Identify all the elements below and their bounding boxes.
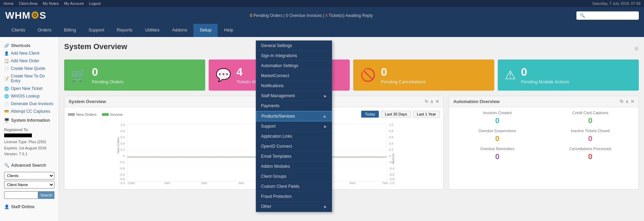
svg-text:0: 0 bbox=[123, 154, 125, 158]
staff-management-arrow: ▶ bbox=[324, 94, 327, 98]
nav-addons[interactable]: Addons bbox=[166, 24, 193, 37]
search-button[interactable]: Search bbox=[38, 191, 54, 199]
dropdown-email-templates[interactable]: Email Templates bbox=[256, 151, 332, 162]
dropdown-general-settings[interactable]: General Settings bbox=[256, 41, 332, 51]
nav-setup[interactable]: Setup bbox=[193, 24, 218, 37]
cc-icon: 💳 bbox=[4, 109, 9, 114]
search-field-select[interactable]: Client Name bbox=[4, 181, 54, 188]
search-type-select[interactable]: Clients bbox=[4, 172, 54, 179]
system-info-icon: 🖥️ bbox=[4, 118, 9, 123]
add-client-icon: 👤 bbox=[4, 51, 9, 56]
search-text-input[interactable] bbox=[4, 191, 38, 199]
overdue-invoices-label: Overdue Invoices | bbox=[289, 13, 325, 18]
inactive-tickets-label: Inactive Tickets Closed bbox=[546, 129, 635, 133]
expires: Expires: 1st August 2018 bbox=[4, 145, 54, 151]
close-icon[interactable]: ✕ bbox=[435, 99, 439, 104]
collapse-icon[interactable]: ∧ bbox=[430, 99, 434, 104]
dropdown-notifications[interactable]: Notifications bbox=[256, 81, 332, 91]
support-arrow: ▶ bbox=[324, 125, 327, 128]
pending-module-icon: ⚠ bbox=[505, 68, 516, 82]
my-notes-link[interactable]: My Notes bbox=[43, 1, 59, 6]
income-dot bbox=[102, 113, 109, 116]
dropdown-client-groups[interactable]: Client Groups bbox=[256, 172, 332, 182]
sidebar: 🔗 Shortcuts 👤 Add New Client 📋 Add New O… bbox=[0, 37, 59, 221]
svg-text:-0.8: -0.8 bbox=[389, 177, 394, 181]
automation-overview-header: Automation Overview ↻ ∧ ✕ bbox=[449, 96, 638, 107]
dropdown-custom-client-fields[interactable]: Custom Client Fields bbox=[256, 182, 332, 192]
dropdown-automation-settings[interactable]: Automation Settings bbox=[256, 61, 332, 71]
dropdown-signin-integrations[interactable]: Sign-In Integrations bbox=[256, 51, 332, 61]
sidebar-add-new-order[interactable]: 📋 Add New Order bbox=[0, 57, 59, 65]
my-account-link[interactable]: My Account bbox=[64, 1, 84, 6]
products-services-label: Products/Services bbox=[261, 114, 295, 119]
chart-svg: 1.0 0.8 0.6 0.4 0.2 0 -0.2 -0.4 -0.6 -0.… bbox=[68, 122, 440, 185]
pending-cancellations-label: Pending Cancellations bbox=[381, 79, 426, 84]
invoices-created-num: 0 bbox=[453, 116, 542, 125]
auto-collapse-icon[interactable]: ∧ bbox=[625, 99, 629, 104]
nav-help[interactable]: Help bbox=[218, 24, 240, 37]
svg-text:New Orders: New Orders bbox=[116, 137, 120, 154]
shortcuts-title: 🔗 Shortcuts bbox=[0, 40, 59, 49]
chart-legend: New Orders Income bbox=[68, 112, 123, 117]
sidebar-whois-lookup[interactable]: 🌐 WHOIS Lookup bbox=[0, 92, 59, 100]
automation-overview-title: Automation Overview bbox=[453, 99, 500, 104]
search-input[interactable] bbox=[576, 11, 639, 20]
svg-text:0.2: 0.2 bbox=[389, 148, 393, 151]
client-area-link[interactable]: Client Area bbox=[19, 1, 37, 6]
dropdown-addon-modules[interactable]: Addon Modules bbox=[256, 162, 332, 172]
top-bar: Home Client Area My Notes My Account Log… bbox=[0, 0, 644, 7]
sidebar-generate-invoices[interactable]: 📄 Generate Due Invoices bbox=[0, 100, 59, 108]
nav-support[interactable]: Support bbox=[82, 24, 111, 37]
logout-link[interactable]: Logout bbox=[89, 1, 101, 6]
svg-text:-1.0: -1.0 bbox=[389, 181, 394, 185]
sidebar-add-new-client[interactable]: 👤 Add New Client bbox=[0, 49, 59, 57]
support-label: Support bbox=[261, 124, 276, 129]
dropdown-payments[interactable]: Payments bbox=[256, 101, 332, 111]
overdue-invoices-count: 0 bbox=[286, 13, 288, 18]
sidebar-attempt-cc[interactable]: 💳 Attempt CC Captures bbox=[0, 108, 59, 115]
cc-captures-num: 0 bbox=[546, 116, 635, 125]
cancellations-processed-label: Cancellations Processed bbox=[546, 147, 635, 151]
open-ticket-icon: 🌐 bbox=[4, 86, 9, 91]
sidebar-create-todo[interactable]: 📝 Create New To-Do Entry bbox=[0, 72, 59, 85]
sidebar-open-new-ticket[interactable]: 🌐 Open New Ticket bbox=[0, 85, 59, 92]
dropdown-products-services[interactable]: Products/Services ▶ bbox=[256, 111, 332, 121]
dropdown-application-links[interactable]: Application Links bbox=[256, 131, 332, 141]
stat-pending-module-actions: ⚠ 0 Pending Module Actions bbox=[498, 59, 639, 91]
dropdown-openid-connect[interactable]: OpenID Connect bbox=[256, 141, 332, 151]
svg-text:0.2: 0.2 bbox=[121, 148, 125, 151]
nav-utilities[interactable]: Utilities bbox=[139, 24, 166, 37]
dropdown-other[interactable]: Other ▶ bbox=[256, 202, 332, 212]
system-info-title: 🖥️ System Information bbox=[0, 115, 59, 124]
dropdown-fraud-protection[interactable]: Fraud Protection bbox=[256, 192, 332, 202]
nav-reports[interactable]: Reports bbox=[111, 24, 139, 37]
chart-btn-30days[interactable]: Last 30 Days bbox=[381, 111, 411, 118]
new-orders-dot bbox=[68, 113, 75, 116]
staff-online-icon: 👤 bbox=[4, 204, 9, 209]
sidebar-create-new-quote[interactable]: 📄 Create New Quote bbox=[0, 65, 59, 72]
svg-text:3am: 3am bbox=[238, 181, 244, 185]
svg-text:-0.8: -0.8 bbox=[120, 177, 125, 181]
auto-close-icon[interactable]: ✕ bbox=[630, 99, 634, 104]
other-arrow: ▶ bbox=[324, 205, 327, 209]
chart-btn-1year[interactable]: Last 1 Year bbox=[413, 111, 440, 118]
svg-text:1am: 1am bbox=[164, 181, 170, 185]
dropdown-support[interactable]: Support ▶ bbox=[256, 121, 332, 131]
automation-overview-controls: ↻ ∧ ✕ bbox=[620, 99, 634, 104]
dropdown-staff-management[interactable]: Staff Management ▶ bbox=[256, 91, 332, 101]
home-link[interactable]: Home bbox=[3, 1, 14, 6]
svg-text:-1.0: -1.0 bbox=[120, 181, 125, 185]
dashboard-settings-icon[interactable]: ⚙ bbox=[634, 46, 639, 52]
nav-billing[interactable]: Billing bbox=[58, 24, 82, 37]
auto-refresh-icon[interactable]: ↻ bbox=[620, 99, 624, 104]
svg-text:-0.6: -0.6 bbox=[389, 173, 394, 176]
header-notice: 0 Pending Orders | 0 Overdue Invoices | … bbox=[46, 13, 576, 18]
nav-clients[interactable]: Clients bbox=[5, 24, 32, 37]
header: WHM⚙S 0 Pending Orders | 0 Overdue Invoi… bbox=[0, 7, 644, 24]
nav-orders[interactable]: Orders bbox=[32, 24, 58, 37]
refresh-icon[interactable]: ↻ bbox=[425, 99, 428, 104]
chart-btn-today[interactable]: Today bbox=[361, 111, 379, 118]
dropdown-marketconnect[interactable]: MarketConnect bbox=[256, 71, 332, 81]
automation-stats-grid: Invoices Created 0 Credit Card Captures … bbox=[449, 107, 638, 165]
svg-text:1.0: 1.0 bbox=[121, 123, 125, 127]
